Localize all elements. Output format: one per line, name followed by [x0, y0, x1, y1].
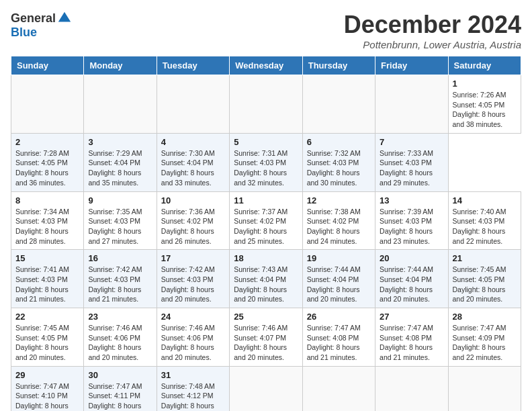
calendar-header-row: SundayMondayTuesdayWednesdayThursdayFrid…	[11, 56, 521, 75]
day-info: Sunrise: 7:47 AMSunset: 4:08 PMDaylight:…	[380, 323, 443, 363]
calendar-day-cell: 22Sunrise: 7:45 AMSunset: 4:05 PMDayligh…	[11, 308, 84, 367]
calendar-weekday-wednesday: Wednesday	[230, 56, 302, 75]
calendar-day-cell: 24Sunrise: 7:46 AMSunset: 4:06 PMDayligh…	[157, 308, 229, 367]
day-number: 22	[15, 312, 79, 322]
day-info: Sunrise: 7:42 AMSunset: 4:03 PMDaylight:…	[161, 265, 225, 304]
day-number: 30	[88, 370, 152, 380]
day-number: 26	[307, 312, 371, 322]
calendar-day-cell: 2Sunrise: 7:28 AMSunset: 4:05 PMDaylight…	[11, 133, 84, 191]
calendar-day-cell: 28Sunrise: 7:47 AMSunset: 4:09 PMDayligh…	[448, 308, 521, 367]
calendar-weekday-friday: Friday	[375, 56, 448, 75]
calendar-day-cell: 4Sunrise: 7:30 AMSunset: 4:04 PMDaylight…	[157, 133, 229, 191]
calendar-day-cell	[448, 366, 521, 411]
day-info: Sunrise: 7:30 AMSunset: 4:04 PMDaylight:…	[161, 148, 225, 188]
day-number: 9	[88, 195, 152, 205]
calendar-day-cell: 7Sunrise: 7:33 AMSunset: 4:03 PMDaylight…	[375, 133, 448, 191]
title-section: December 2024 Pottenbrunn, Lower Austria…	[344, 11, 521, 50]
day-number: 13	[380, 195, 443, 205]
day-info: Sunrise: 7:47 AMSunset: 4:11 PMDaylight:…	[88, 381, 152, 411]
day-number: 17	[161, 253, 225, 263]
day-info: Sunrise: 7:28 AMSunset: 4:05 PMDaylight:…	[15, 148, 79, 188]
day-info: Sunrise: 7:42 AMSunset: 4:03 PMDaylight:…	[88, 265, 152, 304]
calendar-weekday-saturday: Saturday	[448, 56, 521, 75]
day-info: Sunrise: 7:46 AMSunset: 4:06 PMDaylight:…	[161, 323, 225, 363]
day-number: 6	[307, 137, 371, 147]
calendar-week-row: 8Sunrise: 7:34 AMSunset: 4:03 PMDaylight…	[11, 191, 521, 250]
page-header: General Blue December 2024 Pottenbrunn, …	[11, 11, 521, 50]
day-number: 10	[161, 195, 225, 205]
day-info: Sunrise: 7:34 AMSunset: 4:03 PMDaylight:…	[15, 207, 79, 246]
location: Pottenbrunn, Lower Austria, Austria	[344, 39, 521, 50]
svg-marker-0	[58, 12, 71, 22]
month-title: December 2024	[344, 11, 521, 39]
calendar-week-row: 29Sunrise: 7:47 AMSunset: 4:10 PMDayligh…	[11, 366, 521, 411]
day-number: 15	[15, 253, 79, 263]
calendar-day-cell: 3Sunrise: 7:29 AMSunset: 4:04 PMDaylight…	[84, 133, 157, 191]
day-info: Sunrise: 7:29 AMSunset: 4:04 PMDaylight:…	[88, 148, 152, 188]
calendar-day-cell: 19Sunrise: 7:44 AMSunset: 4:04 PMDayligh…	[302, 250, 375, 308]
calendar-day-cell: 23Sunrise: 7:46 AMSunset: 4:06 PMDayligh…	[84, 308, 157, 367]
calendar-day-cell	[302, 75, 375, 134]
day-number: 29	[15, 370, 79, 380]
calendar-day-cell	[302, 366, 375, 411]
day-number: 14	[453, 195, 517, 205]
day-info: Sunrise: 7:44 AMSunset: 4:04 PMDaylight:…	[380, 265, 443, 304]
calendar-day-cell: 6Sunrise: 7:32 AMSunset: 4:03 PMDaylight…	[302, 133, 375, 191]
day-info: Sunrise: 7:36 AMSunset: 4:02 PMDaylight:…	[161, 207, 225, 246]
calendar-day-cell: 11Sunrise: 7:37 AMSunset: 4:02 PMDayligh…	[230, 191, 302, 250]
day-info: Sunrise: 7:45 AMSunset: 4:05 PMDaylight:…	[15, 323, 79, 363]
day-number: 11	[234, 195, 298, 205]
day-number: 27	[380, 312, 443, 322]
day-number: 3	[88, 137, 152, 147]
day-info: Sunrise: 7:47 AMSunset: 4:09 PMDaylight:…	[453, 323, 517, 363]
calendar-day-cell: 16Sunrise: 7:42 AMSunset: 4:03 PMDayligh…	[84, 250, 157, 308]
day-info: Sunrise: 7:37 AMSunset: 4:02 PMDaylight:…	[234, 207, 298, 246]
calendar-day-cell: 25Sunrise: 7:46 AMSunset: 4:07 PMDayligh…	[230, 308, 302, 367]
day-info: Sunrise: 7:46 AMSunset: 4:07 PMDaylight:…	[234, 323, 298, 363]
calendar-day-cell	[230, 366, 302, 411]
calendar-day-cell: 31Sunrise: 7:48 AMSunset: 4:12 PMDayligh…	[157, 366, 229, 411]
calendar-day-cell: 21Sunrise: 7:45 AMSunset: 4:05 PMDayligh…	[448, 250, 521, 308]
day-info: Sunrise: 7:45 AMSunset: 4:05 PMDaylight:…	[453, 265, 517, 304]
day-info: Sunrise: 7:32 AMSunset: 4:03 PMDaylight:…	[307, 148, 371, 188]
day-number: 20	[380, 253, 443, 263]
day-number: 4	[161, 137, 225, 147]
calendar-day-cell: 29Sunrise: 7:47 AMSunset: 4:10 PMDayligh…	[11, 366, 84, 411]
calendar-day-cell: 18Sunrise: 7:43 AMSunset: 4:04 PMDayligh…	[230, 250, 302, 308]
calendar-weekday-sunday: Sunday	[11, 56, 84, 75]
day-number: 7	[380, 137, 443, 147]
calendar-day-cell: 30Sunrise: 7:47 AMSunset: 4:11 PMDayligh…	[84, 366, 157, 411]
calendar-day-cell: 10Sunrise: 7:36 AMSunset: 4:02 PMDayligh…	[157, 191, 229, 250]
day-number: 5	[234, 137, 298, 147]
day-number: 21	[453, 253, 517, 263]
day-info: Sunrise: 7:35 AMSunset: 4:03 PMDaylight:…	[88, 207, 152, 246]
calendar-day-cell: 9Sunrise: 7:35 AMSunset: 4:03 PMDaylight…	[84, 191, 157, 250]
day-number: 1	[453, 79, 517, 89]
day-number: 16	[88, 253, 152, 263]
logo-blue: Blue	[11, 26, 37, 40]
day-number: 31	[161, 370, 225, 380]
day-info: Sunrise: 7:48 AMSunset: 4:12 PMDaylight:…	[161, 381, 225, 411]
day-info: Sunrise: 7:38 AMSunset: 4:02 PMDaylight:…	[307, 207, 371, 246]
calendar-day-cell	[11, 75, 84, 134]
day-info: Sunrise: 7:46 AMSunset: 4:06 PMDaylight:…	[88, 323, 152, 363]
day-number: 8	[15, 195, 79, 205]
calendar-week-row: 2Sunrise: 7:28 AMSunset: 4:05 PMDaylight…	[11, 133, 521, 191]
logo-general: General	[11, 11, 56, 26]
day-info: Sunrise: 7:26 AMSunset: 4:05 PMDaylight:…	[453, 90, 517, 130]
calendar-day-cell: 14Sunrise: 7:40 AMSunset: 4:03 PMDayligh…	[448, 191, 521, 250]
calendar-day-cell: 15Sunrise: 7:41 AMSunset: 4:03 PMDayligh…	[11, 250, 84, 308]
day-number: 24	[161, 312, 225, 322]
calendar-day-cell: 1Sunrise: 7:26 AMSunset: 4:05 PMDaylight…	[448, 75, 521, 134]
day-info: Sunrise: 7:40 AMSunset: 4:03 PMDaylight:…	[453, 207, 517, 246]
calendar-week-row: 1Sunrise: 7:26 AMSunset: 4:05 PMDaylight…	[11, 75, 521, 134]
day-info: Sunrise: 7:44 AMSunset: 4:04 PMDaylight:…	[307, 265, 371, 304]
logo: General Blue	[11, 11, 72, 40]
day-number: 28	[453, 312, 517, 322]
calendar-day-cell: 27Sunrise: 7:47 AMSunset: 4:08 PMDayligh…	[375, 308, 448, 367]
calendar-day-cell: 12Sunrise: 7:38 AMSunset: 4:02 PMDayligh…	[302, 191, 375, 250]
calendar-weekday-tuesday: Tuesday	[157, 56, 229, 75]
calendar-weekday-thursday: Thursday	[302, 56, 375, 75]
calendar-day-cell: 13Sunrise: 7:39 AMSunset: 4:03 PMDayligh…	[375, 191, 448, 250]
logo-icon	[57, 11, 72, 26]
